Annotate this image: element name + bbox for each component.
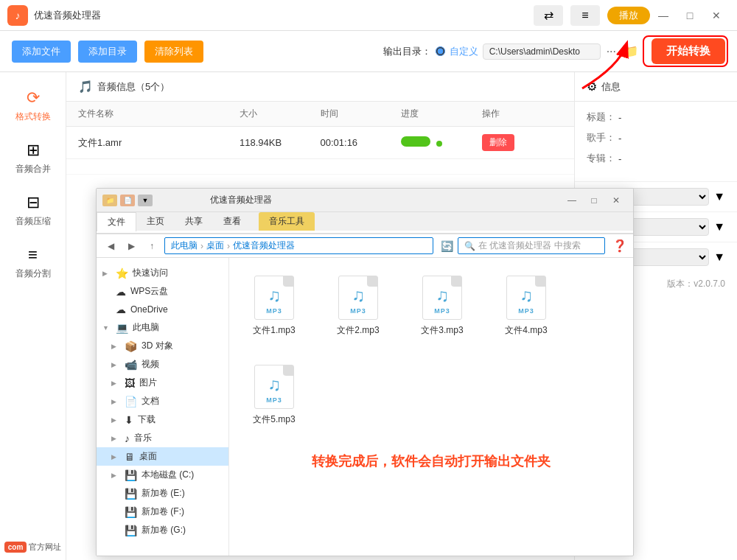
sidebar-video[interactable]: ▶ 📹 视频	[97, 355, 228, 374]
file-size-1: 118.94KB	[240, 137, 321, 148]
minimize-button[interactable]: —	[650, 4, 677, 27]
file-progress-1	[401, 136, 482, 149]
title-icon2: ≡	[570, 5, 600, 26]
search-placeholder: 在 优速音频处理器 中搜索	[478, 239, 581, 252]
delete-button-1[interactable]: 删除	[482, 134, 514, 151]
close-button[interactable]: ✕	[703, 4, 730, 27]
dialog-title-text: 优速音频处理器	[158, 194, 561, 206]
output-radio[interactable]	[436, 46, 445, 56]
3d-label: 3D 对象	[142, 340, 173, 352]
address-path[interactable]: 此电脑 › 桌面 › 优速音频处理器	[164, 237, 433, 254]
path-part-pc[interactable]: 此电脑	[171, 239, 198, 252]
sidebar-music[interactable]: ▶ ♪ 音乐	[97, 429, 228, 447]
quick-access-label: 快速访问	[133, 267, 168, 279]
file-action-1: 删除	[482, 134, 563, 151]
drive-e-label: 新加卷 (E:)	[142, 487, 185, 500]
output-more-button[interactable]: ···	[607, 45, 616, 58]
sidebar: ⟳ 格式转换 ⊞ 音频合并 ⊟ 音频压缩 ≡ 音频分割 com 官方网址	[0, 72, 66, 560]
dialog-ribbon: 文件 主页 共享 查看 音乐工具	[97, 212, 633, 234]
up-button[interactable]: ↑	[144, 238, 160, 254]
sidebar-wps-cloud[interactable]: ☁ WPS云盘	[97, 282, 228, 301]
list-item[interactable]: ♫ MP3 文件1.mp3	[241, 270, 307, 341]
desktop-icon: 🖥	[125, 451, 135, 463]
sidebar-3d[interactable]: ▶ 📦 3D 对象	[97, 337, 228, 355]
documents-icon: 📄	[125, 396, 137, 407]
dialog-files-area: ♫ MP3 文件1.mp3 ♫ MP3 文件2.mp3	[229, 258, 633, 556]
sidebar-drive-g[interactable]: 💾 新加卷 (G:)	[97, 521, 228, 539]
file-name-label: 文件2.mp3	[337, 324, 379, 337]
back-button[interactable]: ◀	[102, 238, 119, 254]
output-folder-button[interactable]: 📁	[622, 43, 638, 60]
mp3-file-icon-1: ♫ MP3	[254, 276, 294, 320]
add-dir-button[interactable]: 添加目录	[78, 41, 137, 63]
list-item[interactable]: ♫ MP3 文件4.mp3	[493, 270, 559, 341]
split-icon: ≡	[28, 245, 38, 265]
sidebar-this-pc[interactable]: ▼ 💻 此电脑	[97, 318, 228, 337]
dialog-tab-view[interactable]: 查看	[213, 212, 251, 231]
title-label: 标题：	[587, 111, 615, 124]
sidebar-item-compress[interactable]: ⊟ 音频压缩	[0, 184, 66, 237]
sidebar-drive-e[interactable]: 💾 新加卷 (E:)	[97, 484, 228, 503]
file-icon-wrapper: ♫ MP3	[503, 274, 550, 321]
start-convert-button[interactable]: 开始转换	[652, 38, 725, 64]
forward-button[interactable]: ▶	[123, 238, 139, 254]
path-part-desktop[interactable]: 桌面	[206, 239, 224, 252]
info-fields: 标题： - 歌手： - 专辑： -	[575, 102, 737, 181]
sidebar-drive-f[interactable]: 💾 新加卷 (F:)	[97, 503, 228, 521]
maximize-button[interactable]: □	[677, 4, 703, 27]
dialog-maximize-button[interactable]: □	[583, 189, 605, 211]
sidebar-item-split[interactable]: ≡ 音频分割	[0, 237, 66, 289]
documents-label: 文档	[142, 395, 159, 407]
downloads-icon: ⬇	[125, 414, 133, 426]
sidebar-item-merge[interactable]: ⊞ 音频合并	[0, 132, 66, 184]
sidebar-desktop[interactable]: ▶ 🖥 桌面	[97, 447, 228, 466]
file-name-label: 文件3.mp3	[421, 324, 463, 337]
sidebar-pictures[interactable]: ▶ 🖼 图片	[97, 374, 228, 392]
dialog-tab-file[interactable]: 文件	[97, 212, 136, 231]
sidebar-documents[interactable]: ▶ 📄 文档	[97, 392, 228, 410]
dialog-minimize-button[interactable]: —	[561, 189, 583, 211]
file-name-label: 文件5.mp3	[253, 413, 295, 426]
table-row	[66, 159, 574, 175]
help-button[interactable]: ❓	[612, 239, 627, 253]
dialog-tab-share[interactable]: 共享	[175, 212, 213, 231]
album-label: 专辑：	[587, 152, 615, 165]
audio-list-header: 🎵 音频信息（5个）	[66, 72, 574, 102]
search-box[interactable]: 🔍 在 优速音频处理器 中搜索	[458, 237, 605, 254]
playback-button[interactable]: 播放	[607, 7, 650, 24]
sidebar-onedrive[interactable]: ☁ OneDrive	[97, 301, 228, 318]
official-website-label: 官方网址	[29, 542, 61, 553]
refresh-button[interactable]: 🔄	[441, 240, 453, 252]
dialog-close-button[interactable]: ✕	[605, 189, 627, 211]
path-part-app[interactable]: 优速音频处理器	[233, 239, 295, 252]
pictures-icon: 🖼	[125, 377, 135, 389]
file-time-1: 00:01:16	[321, 137, 402, 148]
file-icon-wrapper: ♫ MP3	[419, 274, 466, 321]
dialog-doc-icon: 📄	[120, 195, 135, 206]
official-website-link[interactable]: com 官方网址	[4, 542, 62, 553]
sidebar-item-format[interactable]: ⟳ 格式转换	[0, 80, 66, 132]
output-label: 输出目录：	[383, 45, 431, 58]
drive-f-label: 新加卷 (F:)	[142, 505, 184, 518]
files-grid: ♫ MP3 文件1.mp3 ♫ MP3 文件2.mp3	[241, 270, 621, 430]
add-file-button[interactable]: 添加文件	[12, 41, 71, 63]
file-name-label: 文件1.mp3	[253, 324, 295, 337]
desktop-label: 桌面	[139, 450, 157, 463]
drive-c-icon: 💾	[125, 469, 137, 481]
sidebar-local-c[interactable]: ▶ 💾 本地磁盘 (C:)	[97, 466, 228, 484]
video-icon: 📹	[125, 359, 137, 371]
list-item[interactable]: ♫ MP3 文件3.mp3	[409, 270, 475, 341]
list-item[interactable]: ♫ MP3 文件2.mp3	[325, 270, 391, 341]
dialog-title-bar: 📁 📄 ▼ 优速音频处理器 — □ ✕	[97, 189, 633, 212]
list-item[interactable]: ♫ MP3 文件5.mp3	[241, 359, 307, 430]
drive-f-icon: 💾	[125, 506, 137, 518]
sidebar-downloads[interactable]: ▶ ⬇ 下载	[97, 410, 228, 429]
dialog-tab-home[interactable]: 主页	[136, 212, 175, 231]
title-bar: ♪ 优速音频处理器 ⇄ ≡ 播放 — □ ✕	[0, 0, 737, 31]
this-pc-label: 此电脑	[133, 321, 159, 334]
clear-list-button[interactable]: 清除列表	[144, 41, 203, 63]
expand-icon: ▶	[111, 361, 120, 368]
dialog-tab-music-tools[interactable]: 音乐工具	[259, 212, 315, 231]
sidebar-quick-access[interactable]: ▶ ⭐ 快速访问	[97, 264, 228, 282]
chevron-down-icon-2: ▼	[713, 220, 725, 234]
